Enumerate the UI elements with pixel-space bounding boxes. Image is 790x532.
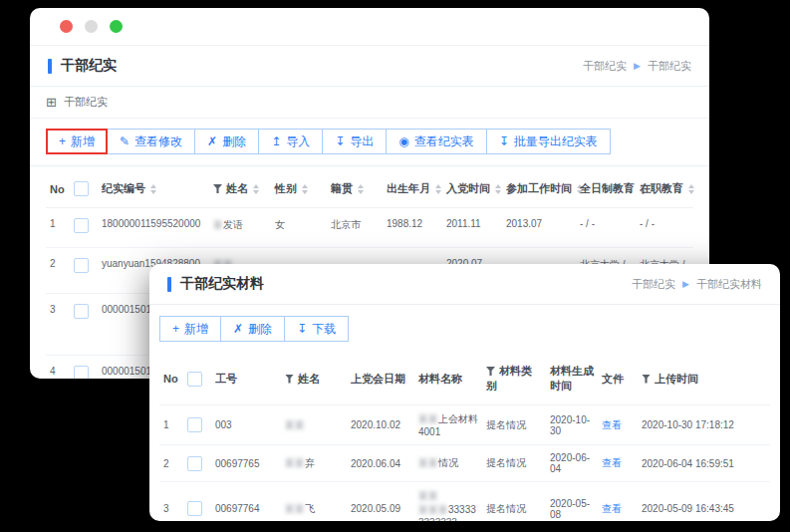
eye-icon: ◉ — [398, 135, 408, 147]
breadcrumb-item[interactable]: 干部纪实 — [583, 59, 627, 74]
sort-icon[interactable] — [435, 184, 441, 194]
close-button[interactable] — [60, 20, 73, 33]
export-button[interactable]: ↧导出 — [322, 129, 387, 154]
button-label: 导出 — [350, 135, 374, 147]
table-cell: 180000011595520000 — [98, 208, 209, 248]
row-checkbox[interactable] — [74, 258, 89, 273]
table-cell: - / - — [576, 208, 636, 248]
column-header: 参加工作时间 — [502, 170, 576, 208]
batch-export-record-table-button[interactable]: ↧批量导出纪实表 — [486, 129, 611, 154]
checkbox-cell[interactable] — [183, 445, 211, 482]
table-cell: 1 — [46, 208, 70, 248]
table-cell: 某某 — [281, 405, 347, 445]
filter-icon[interactable] — [642, 375, 651, 384]
row-checkbox[interactable] — [74, 366, 89, 379]
button-label: 批量导出纪实表 — [514, 135, 598, 147]
breadcrumb: 干部纪实 ▶ 干部纪实材料 — [632, 277, 762, 292]
add-button[interactable]: +新增 — [46, 129, 108, 154]
view-record-table-button[interactable]: ◉查看纪实表 — [386, 129, 486, 154]
column-label: 参加工作时间 — [506, 182, 572, 194]
sort-icon[interactable] — [150, 184, 156, 194]
sort-icon[interactable] — [358, 184, 364, 194]
row-checkbox[interactable] — [187, 501, 202, 516]
checkbox-cell[interactable] — [183, 405, 211, 445]
column-label: 性别 — [275, 182, 297, 194]
column-label: 在职教育 — [640, 182, 683, 194]
column-header: 入党时间 — [442, 170, 502, 208]
upload-icon: ↥ — [271, 135, 281, 147]
select-all-checkbox[interactable] — [187, 372, 202, 387]
column-label: 上传时间 — [655, 373, 698, 385]
section-label: 干部纪实 — [64, 95, 108, 110]
add-button[interactable]: +新增 — [159, 316, 221, 342]
edit-icon: ✎ — [120, 135, 130, 147]
breadcrumb-item[interactable]: 干部纪实材料 — [696, 277, 762, 292]
column-header: 性别 — [271, 170, 327, 208]
table-cell: 1988.12 — [383, 208, 442, 248]
maximize-button[interactable] — [110, 20, 123, 33]
import-button[interactable]: ↥导入 — [258, 129, 323, 154]
delete-button[interactable]: ✗删除 — [220, 316, 285, 342]
column-header: 文件 — [598, 353, 638, 405]
table-cell: 某某某某某333333333333 — [414, 482, 482, 522]
download-button[interactable]: ↧下载 — [284, 316, 349, 342]
table-cell: 某某上会材料4001 — [414, 405, 482, 445]
sort-icon[interactable] — [302, 184, 308, 194]
row-checkbox[interactable] — [74, 304, 89, 319]
select-all-checkbox[interactable] — [74, 181, 89, 196]
sort-icon[interactable] — [253, 184, 259, 194]
redacted-text: 某某 — [285, 419, 305, 430]
view-edit-button[interactable]: ✎查看修改 — [107, 129, 195, 154]
table-cell: 2 — [46, 248, 70, 294]
select-all-cell[interactable] — [183, 353, 211, 405]
column-header: 全日制教育 — [576, 170, 636, 208]
table-cell: 4 — [46, 356, 70, 380]
materials-table-container: No工号姓名上党会日期材料名称材料类别材料生成时间文件上传时间1003某某202… — [149, 353, 780, 521]
column-header: 材料名称 — [414, 353, 482, 405]
redacted-text: 某 — [213, 219, 223, 230]
row-checkbox[interactable] — [187, 417, 202, 432]
redacted-text: 某某 — [418, 490, 438, 501]
table-cell: 2011.11 — [442, 208, 502, 248]
minimize-button[interactable] — [85, 20, 98, 33]
column-label: 材料生成时间 — [550, 365, 594, 392]
table-cell: 2020-06-04 — [546, 445, 598, 482]
filter-icon[interactable] — [285, 375, 294, 384]
column-header: 上党会日期 — [347, 353, 414, 405]
breadcrumb-item[interactable]: 干部纪实 — [632, 277, 675, 292]
checkbox-cell[interactable] — [70, 294, 98, 356]
filter-icon[interactable] — [213, 184, 222, 193]
breadcrumb-item[interactable]: 干部纪实 — [648, 59, 691, 74]
table-cell: 某某飞 — [281, 482, 347, 522]
checkbox-cell[interactable] — [183, 482, 211, 522]
checkbox-cell[interactable] — [70, 208, 98, 248]
table-cell: 提名情况 — [482, 405, 546, 445]
column-header: 出生年月 — [383, 170, 442, 208]
column-header: 材料类别 — [482, 353, 546, 405]
column-header: 工号 — [211, 353, 281, 405]
button-label: 新增 — [71, 135, 95, 147]
table-cell: 2020.06.04 — [347, 445, 414, 482]
header-row: No工号姓名上党会日期材料名称材料类别材料生成时间文件上传时间 — [159, 353, 770, 405]
table-cell: 2020-10-30 — [546, 405, 598, 445]
delete-button[interactable]: ✗删除 — [194, 129, 259, 154]
column-header: 在职教育 — [636, 170, 693, 208]
title-accent-bar — [48, 59, 52, 74]
table-row: 1003某某2020.10.02某某上会材料4001提名情况2020-10-30… — [159, 405, 770, 445]
materials-toolbar: +新增✗删除↧下载 — [149, 305, 780, 353]
view-file-link[interactable]: 查看 — [602, 419, 622, 430]
checkbox-cell[interactable] — [70, 356, 98, 380]
column-header: 材料生成时间 — [546, 353, 598, 405]
sort-icon[interactable] — [495, 184, 501, 194]
select-all-cell[interactable] — [70, 170, 98, 208]
row-checkbox[interactable] — [187, 456, 202, 471]
view-file-link[interactable]: 查看 — [602, 503, 622, 514]
checkbox-cell[interactable] — [70, 248, 98, 294]
sort-icon[interactable] — [688, 184, 694, 194]
filter-icon[interactable] — [486, 367, 495, 376]
button-label: 导入 — [286, 135, 310, 147]
table-row: 300697764某某飞2020.05.09某某某某某333333333333提… — [159, 482, 770, 522]
column-header: 纪实编号 — [98, 170, 209, 208]
row-checkbox[interactable] — [74, 218, 89, 233]
view-file-link[interactable]: 查看 — [602, 457, 622, 468]
